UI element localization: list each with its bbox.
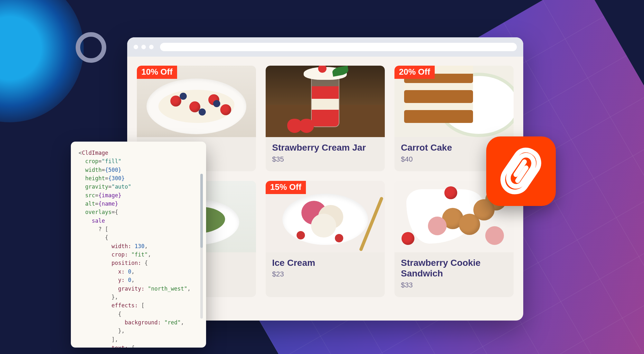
stage: 10% Off xyxy=(0,0,644,354)
product-image: 10% Off xyxy=(137,66,256,137)
discount-badge: 10% Off xyxy=(137,66,177,79)
discount-badge: 20% Off xyxy=(394,66,435,79)
browser-titlebar xyxy=(127,37,523,57)
scrollbar-thumb[interactable] xyxy=(200,174,203,248)
product-price: $35 xyxy=(272,155,378,163)
address-bar[interactable] xyxy=(160,43,517,51)
product-title: Ice Cream xyxy=(272,257,378,268)
product-card[interactable]: Strawberry Cream Jar $35 xyxy=(266,66,385,171)
product-image: 20% Off xyxy=(394,66,514,137)
scrollbar[interactable] xyxy=(200,174,203,319)
discount-badge: 15% Off xyxy=(266,181,306,194)
svelte-icon xyxy=(498,145,544,197)
window-dot[interactable] xyxy=(149,45,154,49)
svelte-logo-badge xyxy=(486,136,556,206)
product-image xyxy=(266,66,385,137)
code-snippet-panel: <CldImage crop="fill" width={500} height… xyxy=(71,142,206,348)
window-dot[interactable] xyxy=(134,45,138,49)
window-dot[interactable] xyxy=(141,45,146,49)
window-controls[interactable] xyxy=(134,45,154,49)
product-price: $33 xyxy=(401,281,507,289)
product-image: 15% Off xyxy=(266,181,385,252)
bg-circle xyxy=(0,0,84,122)
product-card[interactable]: 15% Off Ice Cream $23 xyxy=(266,181,385,297)
product-title: Strawberry Cookie Sandwich xyxy=(401,257,507,279)
product-title: Strawberry Cream Jar xyxy=(272,142,378,153)
product-price: $23 xyxy=(272,270,378,278)
code-content: <CldImage crop="fill" width={500} height… xyxy=(79,149,203,348)
bg-ring xyxy=(76,32,106,63)
